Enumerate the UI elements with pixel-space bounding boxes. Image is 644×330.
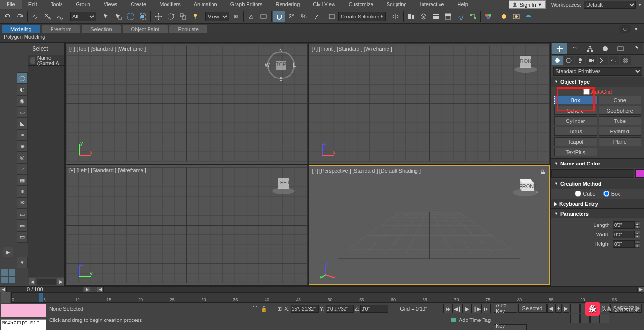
lock-icon[interactable]: 🔒 [260, 304, 268, 313]
prev-frame-button[interactable]: ◀❙ [453, 304, 462, 313]
length-dn[interactable]: ▾ [635, 225, 640, 229]
selection-filter-select[interactable]: All [70, 12, 96, 21]
filter-bone-icon[interactable]: ⟋ [17, 163, 28, 174]
objbtn-plane[interactable]: Plane [599, 137, 642, 146]
menu-grapheditors[interactable]: Graph Editors [224, 0, 269, 9]
viewport-front-label[interactable]: [+] [Front ] [Standard ] [Wireframe ] [312, 46, 392, 52]
cmdtab-utilities[interactable] [628, 43, 643, 54]
curve-editor-button[interactable] [455, 11, 466, 22]
cat-systems[interactable] [620, 56, 631, 65]
time-range-track[interactable] [104, 287, 637, 292]
move-button[interactable] [153, 11, 164, 22]
cmdtab-display[interactable] [613, 43, 628, 54]
filter-cameras-icon[interactable]: ▭ [17, 106, 28, 118]
cmdtab-motion[interactable] [598, 43, 613, 54]
nav-zoomext[interactable] [600, 304, 609, 313]
isolate-icon[interactable]: ⛶ [250, 304, 259, 313]
ribbon-tab-selection[interactable]: Selection [82, 25, 120, 33]
creation-box-radio[interactable]: Box [603, 191, 620, 197]
objbtn-sphere[interactable]: Sphere [554, 106, 597, 115]
rollout-keyboard-header[interactable]: ▶Keyboard Entry [551, 199, 644, 208]
select-name-button[interactable] [113, 11, 124, 22]
setkey-icon[interactable]: ✦ [635, 304, 642, 313]
filter-frozen-icon[interactable]: ❄ [17, 186, 28, 197]
menu-create[interactable]: Create [124, 0, 153, 9]
height-dn[interactable]: ▾ [635, 244, 640, 248]
cat-spacewarps[interactable] [609, 56, 619, 65]
time-scroll-right2[interactable]: ▶ [637, 287, 644, 292]
bind-button[interactable] [54, 11, 66, 22]
filter-hidden-icon[interactable]: 👁 [17, 197, 28, 208]
cmdtab-hierarchy[interactable] [582, 43, 597, 54]
spinner-snap-button[interactable] [310, 11, 322, 22]
filter-funnel-icon[interactable]: ▾ [17, 257, 28, 268]
selected-button[interactable]: Selected [518, 304, 547, 313]
key-ic-icon[interactable]: ✦ [555, 304, 562, 313]
keyboard-shortcut-button[interactable] [258, 11, 269, 22]
hscroll-track[interactable] [37, 279, 56, 285]
cat-lights[interactable] [575, 56, 585, 65]
nav-misc[interactable] [600, 314, 609, 323]
render-button[interactable] [523, 11, 534, 22]
rollout-objecttype-header[interactable]: ▼Object Type [551, 77, 644, 87]
macro-recorder[interactable] [1, 304, 46, 317]
add-time-tag-button[interactable]: Add Time Tag [450, 317, 491, 323]
menu-animation[interactable]: Animation [187, 0, 224, 9]
hscroll-right-icon[interactable]: ▶ [57, 278, 64, 285]
objbtn-pyramid[interactable]: Pyramid [599, 127, 642, 136]
next-frame-button[interactable]: ❙▶ [472, 304, 481, 313]
viewport-top-label[interactable]: [+] [Top ] [Standard ] [Wireframe ] [69, 46, 146, 52]
viewport-perspective[interactable]: [+] [Perspective ] [Standard ] [Default … [309, 165, 550, 286]
minibar-play-icon[interactable]: ▶ [3, 247, 13, 257]
key-left-icon[interactable]: ◀ [547, 304, 554, 313]
scene-explorer-sort-header[interactable]: Name (Sorted A [28, 55, 64, 66]
viewport-top[interactable]: [+] [Top ] [Standard ] [Wireframe ] y x … [66, 43, 308, 164]
viewport-front[interactable]: [+] [Front ] [Standard ] [Wireframe ] z … [309, 43, 550, 164]
transform-icon[interactable]: ⊞ [275, 304, 283, 313]
edit-named-sel-button[interactable] [326, 11, 337, 22]
viewport-left-label[interactable]: [+] [Left ] [Standard ] [Wireframe ] [69, 167, 146, 173]
material-editor-button[interactable] [483, 11, 494, 22]
cat-geometry[interactable] [552, 56, 563, 65]
setkey-button[interactable]: Set Key [610, 304, 634, 313]
width-up[interactable]: ▴ [635, 231, 640, 234]
toggle-ribbon-button[interactable] [442, 11, 454, 22]
filter-geometry-icon[interactable]: ◯ [17, 72, 28, 84]
menu-civilview[interactable]: Civil View [306, 0, 342, 9]
objbtn-geosphere[interactable]: GeoSphere [599, 106, 642, 115]
render-setup-button[interactable] [498, 11, 510, 22]
mirror-button[interactable] [390, 11, 401, 22]
rotate-button[interactable] [165, 11, 176, 22]
filter-helpers-icon[interactable]: ◣ [17, 118, 28, 129]
objbtn-tube[interactable]: Tube [599, 116, 642, 125]
workspaces-menu-icon[interactable]: ▾ [639, 2, 641, 7]
cat-cameras[interactable] [586, 56, 597, 65]
ribbon-tab-freeform[interactable]: Freeform [42, 25, 80, 33]
rollout-creation-header[interactable]: ▼Creation Method [551, 179, 644, 189]
time-scroll-left2[interactable]: ◀ [97, 287, 104, 292]
filter-xref-icon[interactable]: ◎ [17, 152, 28, 163]
filter-container-icon[interactable]: ▦ [17, 174, 28, 186]
nav-fov[interactable] [590, 304, 600, 313]
window-cross-button[interactable] [137, 11, 149, 22]
length-up[interactable]: ▴ [635, 221, 640, 225]
z-input[interactable] [360, 305, 388, 313]
timeline-ruler[interactable]: 0510152025303540455055606570758085909510… [11, 292, 644, 303]
menu-views[interactable]: Views [97, 0, 124, 9]
rollout-namecolor-header[interactable]: ▼Name and Color [551, 159, 644, 168]
compass-widget[interactable]: TOP N S E W [265, 49, 298, 82]
time-scroll-track[interactable]: 0 / 100 [7, 287, 83, 292]
menu-modifiers[interactable]: Modifiers [153, 0, 187, 9]
object-color-swatch[interactable] [635, 169, 644, 178]
layer-button[interactable] [418, 11, 429, 22]
objbtn-cone[interactable]: Cone [599, 96, 642, 104]
rollout-params-header[interactable]: ▼Parameters [551, 209, 644, 218]
objbtn-textplus[interactable]: TextPlus [554, 148, 597, 156]
height-up[interactable]: ▴ [635, 240, 640, 244]
select-button[interactable] [100, 11, 112, 22]
menu-edit[interactable]: Edit [22, 0, 44, 9]
keyfilters-button[interactable]: Key Filters... [494, 324, 527, 330]
ribbon-expand-icon[interactable]: ▾ [632, 25, 641, 33]
nav-max[interactable] [590, 314, 600, 323]
autogrid-checkbox[interactable] [583, 88, 590, 95]
